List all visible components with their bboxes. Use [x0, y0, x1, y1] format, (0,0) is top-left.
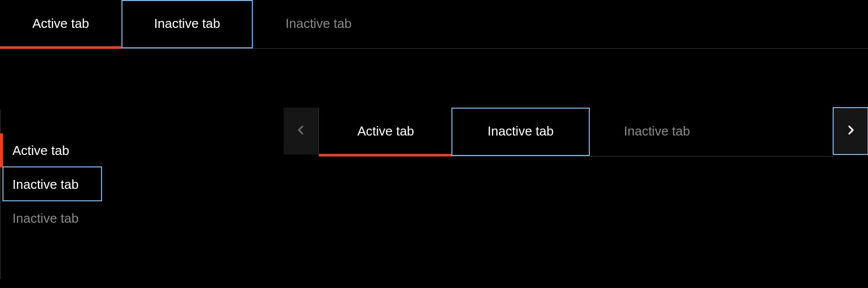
tab-inactive[interactable]: Inactive tab [0, 201, 105, 235]
tab-label: Inactive tab [286, 16, 352, 31]
tab-label: Active tab [357, 124, 414, 139]
scroll-right-button[interactable] [833, 108, 868, 154]
tab-inactive[interactable]: Inactive tab [589, 108, 725, 154]
tab-label: Inactive tab [12, 177, 79, 192]
chevron-left-icon [296, 124, 307, 139]
tab-label: Inactive tab [624, 124, 690, 139]
tab-inactive-hover[interactable]: Inactive tab [452, 108, 589, 154]
tab-label: Inactive tab [154, 16, 220, 31]
active-indicator [0, 46, 121, 49]
tab-inactive[interactable]: Inactive tab [254, 0, 383, 47]
scrollable-tab-track: Active tab Inactive tab Inactive tab [319, 108, 833, 156]
active-indicator [319, 154, 452, 156]
tab-active[interactable]: Active tab [0, 0, 121, 47]
scrollable-tab-group: Active tab Inactive tab Inactive tab [284, 108, 868, 157]
tab-label: Active tab [32, 16, 89, 31]
vertical-tab-group: Active tab Inactive tab Inactive tab [0, 110, 105, 279]
chevron-right-icon [845, 124, 856, 139]
horizontal-tab-group: Active tab Inactive tab Inactive tab [0, 0, 868, 49]
tab-label: Inactive tab [488, 124, 554, 139]
tab-inactive-hover[interactable]: Inactive tab [122, 0, 252, 47]
tab-active[interactable]: Active tab [319, 108, 452, 154]
tab-inactive-hover[interactable]: Inactive tab [0, 167, 105, 201]
tab-active[interactable]: Active tab [0, 134, 105, 167]
tab-label: Active tab [12, 143, 69, 158]
scroll-left-button[interactable] [284, 108, 319, 154]
tab-label: Inactive tab [12, 211, 79, 226]
